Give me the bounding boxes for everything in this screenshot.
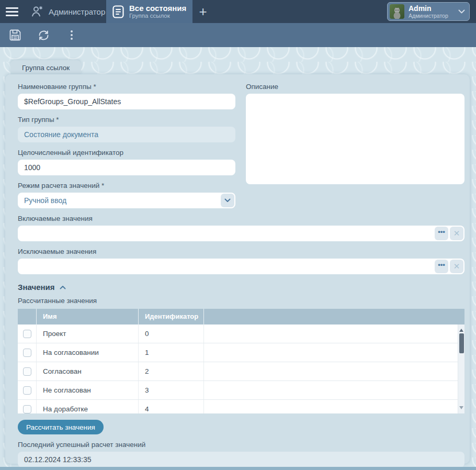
included-values-label: Включаемые значения <box>18 215 464 222</box>
last-calc-label: Последний успешный расчет значений <box>18 441 464 449</box>
current-user-section[interactable]: Администратор <box>24 0 106 23</box>
ellipsis-icon: ••• <box>438 262 445 267</box>
chevron-up-icon <box>60 285 66 289</box>
account-name: Admin <box>409 4 448 13</box>
tab-all-states[interactable]: Все состояния Группа ссылок <box>106 0 192 23</box>
tab-title: Все состояния <box>129 4 186 13</box>
excluded-lookup-button[interactable]: ••• <box>435 260 448 273</box>
included-clear-button[interactable]: ✕ <box>450 227 463 240</box>
table-header-empty <box>204 309 464 324</box>
group-name-label: Наименование группы * <box>18 83 235 91</box>
ellipsis-icon: ••• <box>438 229 445 234</box>
table-vertical-scrollbar[interactable] <box>458 324 464 413</box>
cell-name: Проект <box>37 324 139 343</box>
save-button[interactable] <box>7 27 23 43</box>
group-type-label: Тип группы * <box>18 116 235 124</box>
calculate-values-button[interactable]: Рассчитать значения <box>18 420 104 434</box>
included-values-input[interactable] <box>18 226 432 241</box>
excluded-values-input[interactable] <box>18 259 432 274</box>
description-textarea[interactable] <box>246 94 464 184</box>
table-header-row: Имя Идентификатор <box>18 309 464 324</box>
titlebar-spacer <box>213 0 387 23</box>
current-user-label: Администратор <box>49 7 105 16</box>
form-left-column: Наименование группы * Тип группы * Состо… <box>18 79 235 208</box>
excluded-values-field: ••• ✕ <box>18 259 464 274</box>
values-section-toggle[interactable]: Значения <box>18 283 464 292</box>
row-checkbox[interactable] <box>23 367 31 376</box>
account-menu[interactable]: Admin Администратор <box>387 2 470 21</box>
table-row[interactable]: На доработке 4 <box>18 400 464 413</box>
hamburger-menu-button[interactable] <box>0 0 24 23</box>
tab-subtitle: Группа ссылок <box>129 13 186 19</box>
cell-name: Согласован <box>37 362 139 381</box>
chevron-down-icon <box>224 198 231 203</box>
kebab-icon <box>71 30 73 32</box>
row-checkbox[interactable] <box>23 405 31 413</box>
cell-id: 1 <box>139 343 204 362</box>
content-area: Группа ссылок Наименование группы * Тип … <box>0 47 476 470</box>
more-actions-button[interactable] <box>64 27 80 43</box>
table-row[interactable]: Согласован 2 <box>18 362 464 381</box>
refresh-button[interactable] <box>36 27 51 43</box>
calc-mode-value: Ручной ввод <box>24 196 66 205</box>
bottom-panel-edge <box>0 467 476 470</box>
table-row[interactable]: На согласовании 1 <box>18 343 464 362</box>
table-row[interactable]: Не согласован 3 <box>18 381 464 400</box>
document-icon <box>112 5 124 18</box>
included-lookup-button[interactable]: ••• <box>435 227 448 240</box>
scroll-up-arrow-icon[interactable] <box>459 327 463 332</box>
card-tab-group-links[interactable]: Группа ссылок <box>10 60 81 75</box>
avatar <box>390 4 404 19</box>
row-checkbox[interactable] <box>23 349 31 357</box>
cell-name: На согласовании <box>37 343 139 362</box>
calc-mode-select[interactable]: Ручной ввод <box>18 193 235 208</box>
integer-id-input[interactable] <box>18 160 235 175</box>
form-card: Наименование группы * Тип группы * Состо… <box>5 74 470 464</box>
table-body: Проект 0 На согласовании 1 Согласован 2 <box>18 324 464 413</box>
scroll-down-arrow-icon[interactable] <box>459 406 463 411</box>
cell-id: 2 <box>139 362 204 381</box>
cell-name: Не согласован <box>37 381 139 399</box>
table-row[interactable]: Проект 0 <box>18 324 464 343</box>
description-label: Описание <box>246 83 464 91</box>
new-tab-button[interactable]: + <box>192 0 213 23</box>
calc-mode-label: Режим расчета значений * <box>18 182 235 189</box>
table-header-name: Имя <box>37 309 139 324</box>
app-window: Администратор Все состояния Группа ссыло… <box>0 0 476 470</box>
action-toolbar <box>0 23 476 47</box>
scrollbar-thumb[interactable] <box>459 333 464 353</box>
row-checkbox[interactable] <box>23 386 31 395</box>
integer-id-label: Целочисленный идентификатор <box>18 149 235 156</box>
cell-id: 0 <box>139 324 204 343</box>
group-name-input[interactable] <box>18 94 235 109</box>
values-section-title: Значения <box>18 283 55 292</box>
excluded-clear-button[interactable]: ✕ <box>450 260 463 273</box>
included-values-field: ••• ✕ <box>18 226 464 241</box>
table-header-id: Идентификатор <box>139 309 204 324</box>
select-dropdown-button[interactable] <box>221 194 234 207</box>
close-icon: ✕ <box>454 229 460 238</box>
user-asterisk-icon <box>30 5 44 18</box>
cell-id: 4 <box>139 400 204 413</box>
cell-id: 3 <box>139 381 204 399</box>
close-icon: ✕ <box>454 262 460 271</box>
row-checkbox[interactable] <box>23 330 31 338</box>
computed-values-label: Рассчитанные значения <box>18 297 464 305</box>
computed-values-table: Имя Идентификатор Проект 0 На согласован… <box>18 309 464 413</box>
excluded-values-label: Исключаемые значения <box>18 248 464 255</box>
chevron-down-icon <box>458 9 465 14</box>
refresh-icon <box>37 29 50 42</box>
form-right-column: Описание <box>246 79 464 186</box>
last-calc-field: 02.12.2024 12:33:35 <box>18 452 464 467</box>
group-type-field: Состояние документа <box>18 127 235 142</box>
cell-name: На доработке <box>37 400 139 413</box>
title-bar: Администратор Все состояния Группа ссыло… <box>0 0 476 23</box>
save-icon <box>8 28 22 42</box>
account-role: Администратор <box>409 13 448 19</box>
table-header-checkbox-column <box>18 309 37 324</box>
